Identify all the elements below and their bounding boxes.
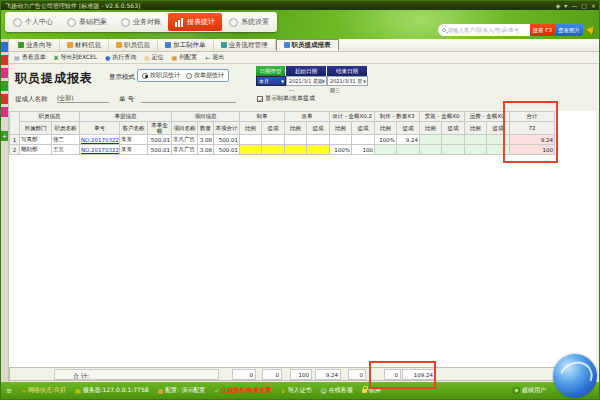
column-header-cell[interactable]: 本单金额	[148, 122, 172, 135]
quick-rail-button-0[interactable]	[1, 42, 8, 52]
cell: 9.24	[397, 135, 420, 145]
dropdown-icon[interactable]: ▾	[564, 2, 567, 10]
tool-label: 列配置	[179, 53, 197, 62]
status-item-check[interactable]: ✓正版授权|终身免费	[214, 386, 271, 395]
tab-4[interactable]: 业务流程管理	[214, 39, 276, 51]
minimize-button[interactable]: —	[571, 2, 577, 10]
column-header-cell[interactable]: 比例	[420, 122, 442, 135]
status-item-support[interactable]: ☺在线客服	[320, 386, 352, 395]
search-box	[438, 24, 530, 36]
column-header-cell[interactable]: 提成	[397, 122, 420, 135]
order-no-link[interactable]: NO.2017032210032	[81, 137, 120, 143]
menu-item-3[interactable]: 报表统计	[168, 13, 222, 31]
column-header-cell[interactable]: 所属部门	[20, 122, 52, 135]
end-date-select[interactable]: 2021/3/31 星期三	[327, 76, 368, 86]
group-header-cell[interactable]: 安装 - 金额X0	[420, 112, 465, 122]
group-header-cell[interactable]: 改单	[285, 112, 330, 122]
column-config-button[interactable]: ▦列配置	[172, 53, 198, 62]
cell: NO.2017032210032	[80, 135, 120, 145]
quick-rail-button-2[interactable]	[1, 68, 8, 78]
column-header-cell[interactable]: 提成	[262, 122, 285, 135]
column-header-cell[interactable]: 提成	[307, 122, 330, 135]
radio-by-order[interactable]: 按单据统计	[186, 71, 224, 80]
quick-rail-add-button[interactable]: +	[1, 131, 8, 141]
table-row[interactable]: 1写真部张三NO.2017032210032某某500.01非凡广告3.0850…	[10, 135, 555, 145]
radio-by-staff[interactable]: 按职员统计	[142, 71, 180, 80]
view-image-button[interactable]: 查看图片	[555, 24, 583, 36]
tab-3[interactable]: 加工制作单	[158, 39, 214, 51]
group-header-cell[interactable]: 制单	[240, 112, 285, 122]
tool-label: 定位	[152, 53, 164, 62]
global-search-input[interactable]	[446, 27, 524, 33]
column-header-cell[interactable]: 本项合计	[214, 122, 240, 135]
quick-rail-button-4[interactable]	[1, 94, 8, 104]
column-header-cell[interactable]: 比例	[240, 122, 262, 135]
display-mode-group: 按职员统计 按单据统计	[137, 69, 229, 82]
column-header-cell[interactable]: 提成	[442, 122, 465, 135]
tab-5[interactable]: 职员提成报表	[276, 39, 339, 51]
quick-rail-button-1[interactable]	[1, 55, 8, 65]
quick-rail-button-5[interactable]	[1, 107, 8, 117]
view-original-button[interactable]: ▤查看原单	[14, 53, 46, 62]
column-header-cell[interactable]: 比例	[330, 122, 352, 135]
group-header-cell[interactable]: 职员信息	[20, 112, 80, 122]
commission-person-input[interactable]: (全部)	[57, 94, 109, 103]
maximize-button[interactable]: □	[581, 2, 587, 10]
show-commission-checkbox[interactable]: ✓ 显示制单/改单提成	[257, 94, 315, 103]
current-user[interactable]: 超级用户	[513, 386, 546, 395]
column-header-cell[interactable]: 比例	[375, 122, 397, 135]
horn-icon[interactable]	[585, 25, 594, 34]
menu-burger-icon[interactable]: ≡	[6, 387, 12, 395]
date-type-select[interactable]: 本月	[256, 76, 286, 86]
status-item-label: 导入证书	[287, 386, 311, 395]
status-item-server[interactable]: ▤服务器:127.0.0.1:7758	[75, 386, 149, 395]
status-item-config[interactable]: ▦配置: 演示配置	[158, 386, 206, 395]
menu-item-0[interactable]: 个人中心	[6, 13, 60, 31]
tab-1[interactable]: 材料信息	[60, 39, 109, 51]
column-header-cell[interactable]: 客户名称	[120, 122, 148, 135]
column-header-cell[interactable]: 职员名称	[52, 122, 80, 135]
close-button[interactable]: ×	[591, 2, 596, 10]
table-body: 1写真部张三NO.2017032210032某某500.01非凡广告3.0850…	[10, 135, 555, 155]
radio-by-staff-label: 按职员统计	[150, 71, 180, 80]
app-window: 飞扬动力广告公司管理软件 [标准版 - V2.6.0.563] ◈ ▾ — □ …	[0, 0, 600, 400]
exit-button[interactable]: ←退出	[205, 53, 224, 62]
quick-rail-button-3[interactable]	[1, 81, 8, 91]
order-no-input[interactable]	[141, 94, 236, 103]
link-icon: ∞	[21, 388, 26, 394]
menu-item-4[interactable]: 系统设置	[222, 13, 276, 31]
skin-icon[interactable]: ◈	[556, 2, 561, 10]
cell: 2	[10, 145, 20, 155]
tab-label: 业务流程管理	[229, 41, 268, 50]
search-button[interactable]: 搜索 F3	[530, 24, 555, 36]
report-chart-icon	[175, 18, 184, 27]
cell	[420, 135, 442, 145]
date-filter: 日期类型 起始日期 结束日期 本月 2021/3/1 星期一 2021/3/31…	[256, 66, 368, 86]
menu-item-label: 基础档案	[79, 17, 107, 27]
tab-0[interactable]: 业务向导	[11, 39, 60, 51]
table-row[interactable]: 2雕刻部王五NO.2017032210032某某500.01非凡广告3.0850…	[10, 145, 555, 155]
order-no-link[interactable]: NO.2017032210032	[81, 147, 120, 153]
column-header-cell[interactable]: 比例	[285, 122, 307, 135]
group-header-cell[interactable]: 制作 - 数量X3	[375, 112, 420, 122]
group-header-cell[interactable]: 项目信息	[172, 112, 240, 122]
run-query-button[interactable]: ●执行查询	[105, 53, 136, 62]
group-header-cell[interactable]: 单据信息	[80, 112, 172, 122]
cell: 某某	[120, 135, 148, 145]
column-header-cell[interactable]: 单号	[80, 122, 120, 135]
status-item-import[interactable]: ↓导入证书	[280, 386, 311, 395]
column-header-cell[interactable]: 项目名称	[172, 122, 198, 135]
group-header-cell[interactable]: 设计 - 金额X0.2	[330, 112, 375, 122]
column-header-cell[interactable]: 提成	[352, 122, 375, 135]
start-date-select[interactable]: 2021/3/1 星期一	[286, 76, 327, 86]
tab-icon	[221, 42, 227, 48]
column-header-cell[interactable]: 数量	[198, 122, 214, 135]
export-excel-button[interactable]: X导出到EXCEL	[54, 53, 97, 62]
menu-item-2[interactable]: 业务对账	[114, 13, 168, 31]
tab-2[interactable]: 职员信息	[109, 39, 158, 51]
menu-item-label: 个人中心	[25, 17, 53, 27]
locate-button[interactable]: ◎定位	[144, 53, 163, 62]
column-header-cell[interactable]: 比例	[465, 122, 487, 135]
menu-item-1[interactable]: 基础档案	[60, 13, 114, 31]
status-item-link[interactable]: ∞网络状态:良好	[21, 386, 66, 395]
